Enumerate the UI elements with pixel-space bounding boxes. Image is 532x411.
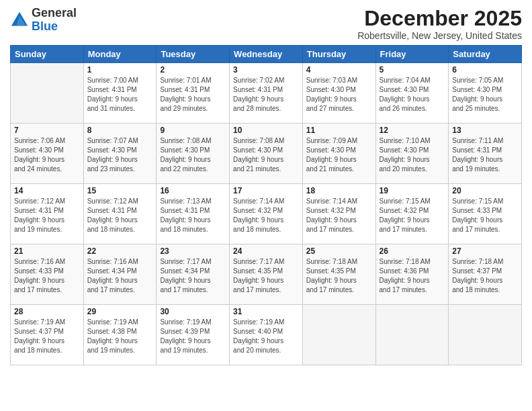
day-info: Sunrise: 7:07 AM Sunset: 4:30 PM Dayligh… [87, 136, 153, 174]
day-number: 17 [233, 186, 299, 195]
logo-text: General Blue [32, 7, 77, 34]
calendar-cell: 11Sunrise: 7:09 AM Sunset: 4:30 PM Dayli… [302, 124, 375, 184]
day-info: Sunrise: 7:16 AM Sunset: 4:34 PM Dayligh… [87, 257, 153, 295]
day-number: 23 [160, 246, 226, 256]
calendar-cell: 20Sunrise: 7:15 AM Sunset: 4:33 PM Dayli… [449, 184, 522, 244]
day-number: 3 [233, 65, 299, 75]
calendar-cell: 26Sunrise: 7:18 AM Sunset: 4:36 PM Dayli… [375, 244, 449, 305]
day-info: Sunrise: 7:03 AM Sunset: 4:30 PM Dayligh… [306, 76, 372, 113]
calendar-body: 1Sunrise: 7:00 AM Sunset: 4:31 PM Daylig… [11, 63, 522, 365]
calendar-cell: 17Sunrise: 7:14 AM Sunset: 4:32 PM Dayli… [230, 184, 303, 244]
day-info: Sunrise: 7:08 AM Sunset: 4:30 PM Dayligh… [160, 136, 226, 174]
day-number: 5 [380, 65, 445, 75]
day-info: Sunrise: 7:15 AM Sunset: 4:33 PM Dayligh… [452, 197, 518, 234]
calendar-cell: 30Sunrise: 7:19 AM Sunset: 4:39 PM Dayli… [157, 305, 230, 365]
calendar-cell: 21Sunrise: 7:16 AM Sunset: 4:33 PM Dayli… [11, 244, 84, 305]
calendar-cell [11, 63, 84, 124]
col-monday: Monday [83, 46, 157, 63]
day-number: 19 [380, 186, 445, 195]
day-info: Sunrise: 7:16 AM Sunset: 4:33 PM Dayligh… [14, 257, 80, 295]
calendar-cell: 6Sunrise: 7:05 AM Sunset: 4:30 PM Daylig… [449, 63, 522, 124]
day-info: Sunrise: 7:13 AM Sunset: 4:31 PM Dayligh… [160, 197, 226, 234]
calendar-cell: 24Sunrise: 7:17 AM Sunset: 4:35 PM Dayli… [230, 244, 303, 305]
day-number: 26 [380, 246, 445, 256]
calendar-cell [302, 305, 375, 365]
calendar-cell: 31Sunrise: 7:19 AM Sunset: 4:40 PM Dayli… [230, 305, 303, 365]
calendar-cell: 7Sunrise: 7:06 AM Sunset: 4:30 PM Daylig… [11, 124, 84, 184]
day-number: 9 [160, 126, 226, 135]
day-number: 10 [233, 126, 299, 135]
calendar-week-4: 28Sunrise: 7:19 AM Sunset: 4:37 PM Dayli… [11, 305, 522, 365]
day-number: 21 [14, 246, 80, 256]
day-info: Sunrise: 7:19 AM Sunset: 4:39 PM Dayligh… [160, 318, 226, 355]
day-info: Sunrise: 7:14 AM Sunset: 4:32 PM Dayligh… [233, 197, 299, 234]
calendar-cell: 15Sunrise: 7:12 AM Sunset: 4:31 PM Dayli… [83, 184, 157, 244]
day-number: 12 [380, 126, 445, 135]
logo: General Blue [10, 7, 77, 34]
calendar-cell: 5Sunrise: 7:04 AM Sunset: 4:30 PM Daylig… [375, 63, 449, 124]
day-info: Sunrise: 7:18 AM Sunset: 4:35 PM Dayligh… [306, 257, 372, 295]
day-info: Sunrise: 7:12 AM Sunset: 4:31 PM Dayligh… [14, 197, 80, 234]
calendar-cell: 4Sunrise: 7:03 AM Sunset: 4:30 PM Daylig… [302, 63, 375, 124]
col-wednesday: Wednesday [230, 46, 303, 63]
day-number: 13 [452, 126, 518, 135]
calendar-cell: 16Sunrise: 7:13 AM Sunset: 4:31 PM Dayli… [157, 184, 230, 244]
calendar-cell: 19Sunrise: 7:15 AM Sunset: 4:32 PM Dayli… [375, 184, 449, 244]
day-number: 25 [306, 246, 372, 256]
calendar-cell: 27Sunrise: 7:18 AM Sunset: 4:37 PM Dayli… [449, 244, 522, 305]
day-number: 11 [306, 126, 372, 135]
logo-general: General [32, 6, 77, 19]
header-row: Sunday Monday Tuesday Wednesday Thursday… [11, 46, 522, 63]
day-number: 31 [233, 307, 299, 316]
col-sunday: Sunday [11, 46, 84, 63]
day-info: Sunrise: 7:08 AM Sunset: 4:30 PM Dayligh… [233, 136, 299, 174]
day-number: 24 [233, 246, 299, 256]
calendar-cell: 2Sunrise: 7:01 AM Sunset: 4:31 PM Daylig… [157, 63, 230, 124]
day-number: 22 [87, 246, 153, 256]
calendar-cell: 29Sunrise: 7:19 AM Sunset: 4:38 PM Dayli… [83, 305, 157, 365]
day-number: 1 [87, 65, 153, 75]
day-info: Sunrise: 7:05 AM Sunset: 4:30 PM Dayligh… [452, 76, 518, 113]
calendar-cell: 8Sunrise: 7:07 AM Sunset: 4:30 PM Daylig… [83, 124, 157, 184]
calendar-cell: 23Sunrise: 7:17 AM Sunset: 4:34 PM Dayli… [157, 244, 230, 305]
col-friday: Friday [375, 46, 449, 63]
day-info: Sunrise: 7:18 AM Sunset: 4:36 PM Dayligh… [380, 257, 445, 295]
calendar-cell: 14Sunrise: 7:12 AM Sunset: 4:31 PM Dayli… [11, 184, 84, 244]
day-number: 18 [306, 186, 372, 195]
day-info: Sunrise: 7:15 AM Sunset: 4:32 PM Dayligh… [380, 197, 445, 234]
logo-icon [10, 11, 29, 30]
day-info: Sunrise: 7:04 AM Sunset: 4:30 PM Dayligh… [380, 76, 445, 113]
logo-blue: Blue [32, 19, 58, 33]
col-saturday: Saturday [449, 46, 522, 63]
day-number: 28 [14, 307, 80, 316]
day-info: Sunrise: 7:01 AM Sunset: 4:31 PM Dayligh… [160, 76, 226, 113]
calendar-cell: 9Sunrise: 7:08 AM Sunset: 4:30 PM Daylig… [157, 124, 230, 184]
calendar-week-0: 1Sunrise: 7:00 AM Sunset: 4:31 PM Daylig… [11, 63, 522, 124]
calendar-cell: 3Sunrise: 7:02 AM Sunset: 4:31 PM Daylig… [230, 63, 303, 124]
calendar-cell [449, 305, 522, 365]
col-tuesday: Tuesday [157, 46, 230, 63]
day-number: 4 [306, 65, 372, 75]
title-block: December 2025 Robertsville, New Jersey, … [357, 7, 522, 41]
day-info: Sunrise: 7:19 AM Sunset: 4:40 PM Dayligh… [233, 318, 299, 355]
calendar-cell: 18Sunrise: 7:14 AM Sunset: 4:32 PM Dayli… [302, 184, 375, 244]
day-info: Sunrise: 7:18 AM Sunset: 4:37 PM Dayligh… [452, 257, 518, 295]
day-info: Sunrise: 7:17 AM Sunset: 4:35 PM Dayligh… [233, 257, 299, 295]
calendar-cell: 22Sunrise: 7:16 AM Sunset: 4:34 PM Dayli… [83, 244, 157, 305]
calendar-cell: 12Sunrise: 7:10 AM Sunset: 4:30 PM Dayli… [375, 124, 449, 184]
calendar-week-1: 7Sunrise: 7:06 AM Sunset: 4:30 PM Daylig… [11, 124, 522, 184]
day-info: Sunrise: 7:09 AM Sunset: 4:30 PM Dayligh… [306, 136, 372, 174]
day-number: 6 [452, 65, 518, 75]
day-info: Sunrise: 7:02 AM Sunset: 4:31 PM Dayligh… [233, 76, 299, 113]
day-number: 7 [14, 126, 80, 135]
day-info: Sunrise: 7:14 AM Sunset: 4:32 PM Dayligh… [306, 197, 372, 234]
day-number: 30 [160, 307, 226, 316]
day-info: Sunrise: 7:11 AM Sunset: 4:31 PM Dayligh… [452, 136, 518, 174]
month-title: December 2025 [357, 7, 522, 30]
day-number: 20 [452, 186, 518, 195]
calendar-week-2: 14Sunrise: 7:12 AM Sunset: 4:31 PM Dayli… [11, 184, 522, 244]
day-info: Sunrise: 7:00 AM Sunset: 4:31 PM Dayligh… [87, 76, 153, 113]
day-info: Sunrise: 7:06 AM Sunset: 4:30 PM Dayligh… [14, 136, 80, 174]
day-number: 16 [160, 186, 226, 195]
calendar-cell: 28Sunrise: 7:19 AM Sunset: 4:37 PM Dayli… [11, 305, 84, 365]
